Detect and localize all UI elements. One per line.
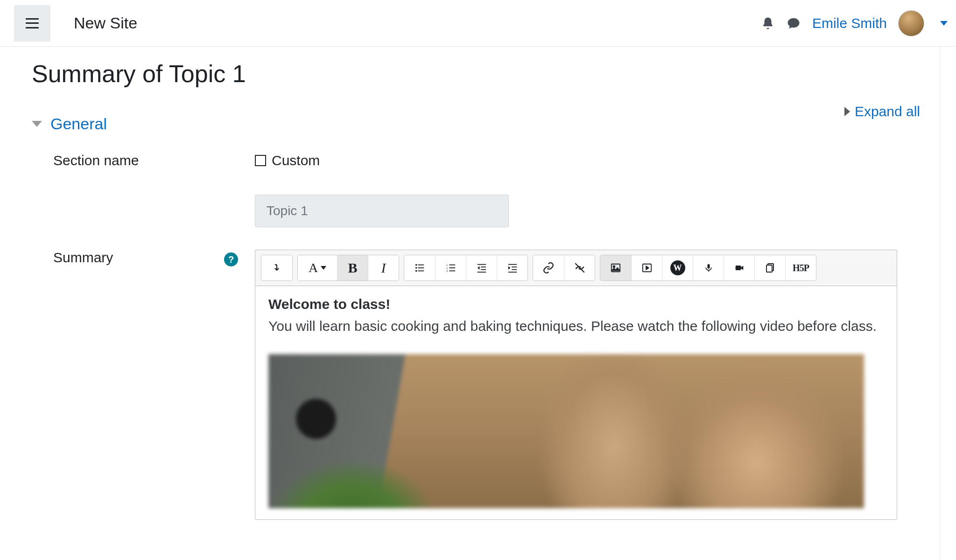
svg-rect-11 (449, 271, 455, 272)
user-avatar[interactable] (898, 10, 924, 36)
user-menu-name[interactable]: Emile Smith (812, 15, 887, 31)
summary-row: Summary ? A B (32, 250, 920, 520)
summary-help-icon[interactable]: ? (224, 252, 238, 266)
chevron-down-icon (32, 121, 42, 127)
site-name[interactable]: New Site (74, 14, 137, 32)
svg-point-21 (613, 266, 615, 267)
record-video-button[interactable] (724, 255, 754, 280)
chevron-right-icon (844, 107, 850, 116)
general-section-toggle[interactable]: General (32, 115, 920, 133)
h5p-button[interactable]: H5P (785, 255, 816, 280)
italic-icon: I (381, 260, 386, 276)
hamburger-icon (26, 18, 39, 28)
svg-rect-23 (707, 264, 710, 269)
arrow-down-icon (272, 262, 281, 274)
messages-button[interactable] (786, 16, 801, 30)
user-menu-caret-icon[interactable] (940, 21, 948, 26)
bold-button[interactable]: B (337, 255, 368, 280)
unlink-icon (574, 262, 586, 274)
bullet-list-icon (413, 263, 426, 273)
outdent-icon (475, 263, 488, 273)
notifications-button[interactable] (761, 16, 775, 30)
custom-checkbox-label: Custom (272, 153, 320, 168)
section-name-control-col: Custom Topic 1 (255, 153, 920, 227)
summary-label-col: Summary ? (32, 250, 255, 520)
section-name-input[interactable]: Topic 1 (255, 195, 509, 227)
video-camera-icon (733, 263, 746, 273)
svg-text:3: 3 (446, 269, 447, 273)
link-icon (542, 262, 555, 274)
media-icon (641, 263, 653, 273)
bold-icon: B (348, 260, 357, 276)
svg-rect-25 (735, 266, 741, 270)
link-button[interactable] (533, 255, 564, 280)
unlink-button[interactable] (564, 255, 595, 280)
topbar-right: Emile Smith (761, 10, 948, 36)
indent-icon (506, 263, 519, 273)
svg-rect-1 (418, 265, 424, 266)
manage-files-button[interactable] (754, 255, 785, 280)
svg-rect-17 (512, 266, 517, 267)
section-name-label-col: Section name (32, 153, 255, 227)
svg-rect-27 (766, 265, 772, 272)
rich-text-editor: A B I 123 (255, 250, 897, 520)
h5p-icon: H5P (793, 263, 809, 273)
image-button[interactable] (600, 255, 631, 280)
wiris-icon: W (670, 260, 685, 275)
paragraph-style-button[interactable]: A (298, 255, 337, 280)
editor-toolbar: A B I 123 (255, 250, 897, 286)
custom-checkbox[interactable] (255, 155, 266, 166)
caret-down-icon (321, 266, 326, 270)
bell-icon (761, 16, 775, 30)
expand-all-text: Expand all (855, 104, 920, 119)
page-title: Summary of Topic 1 (32, 60, 920, 88)
record-audio-button[interactable] (693, 255, 724, 280)
general-section-title: General (50, 115, 107, 133)
numbered-list-button[interactable]: 123 (435, 255, 466, 280)
main-content: Summary of Topic 1 Expand all General Se… (0, 47, 940, 560)
svg-rect-12 (477, 264, 485, 265)
wiris-button[interactable]: W (662, 255, 693, 280)
summary-label: Summary (53, 250, 113, 266)
svg-point-4 (415, 270, 417, 272)
indent-button[interactable] (497, 255, 527, 280)
svg-point-2 (415, 267, 417, 269)
files-icon (765, 262, 776, 273)
embedded-video-thumbnail[interactable] (268, 354, 864, 508)
image-icon (610, 263, 622, 273)
media-button[interactable] (631, 255, 662, 280)
numbered-list-icon: 123 (444, 263, 457, 273)
outdent-button[interactable] (466, 255, 497, 280)
svg-point-0 (415, 264, 417, 266)
italic-button[interactable]: I (368, 255, 399, 280)
custom-checkbox-row: Custom (255, 153, 920, 168)
svg-rect-9 (449, 267, 455, 268)
svg-rect-16 (508, 264, 516, 265)
microphone-icon (704, 262, 713, 274)
bullet-list-button[interactable] (404, 255, 435, 280)
svg-rect-15 (477, 272, 485, 273)
summary-control-col: A B I 123 (255, 250, 920, 520)
letter-a-icon: A (309, 260, 318, 275)
editor-heading-text: Welcome to class! (268, 296, 884, 312)
nav-drawer-toggle[interactable] (14, 5, 50, 42)
editor-body-text: You will learn basic cooking and baking … (268, 316, 884, 336)
svg-rect-24 (708, 270, 709, 272)
svg-rect-18 (512, 269, 517, 270)
svg-rect-19 (508, 272, 516, 273)
svg-rect-7 (449, 265, 455, 266)
section-name-label: Section name (53, 153, 139, 168)
speech-bubble-icon (786, 16, 801, 30)
svg-rect-13 (481, 266, 486, 267)
editor-content-area[interactable]: Welcome to class! You will learn basic c… (255, 286, 897, 519)
top-navbar: New Site Emile Smith (0, 0, 956, 47)
toolbar-toggle-button[interactable] (261, 255, 292, 280)
svg-rect-3 (418, 267, 424, 268)
section-name-row: Section name Custom Topic 1 (32, 153, 920, 227)
svg-rect-14 (481, 269, 486, 270)
svg-rect-5 (418, 271, 424, 272)
